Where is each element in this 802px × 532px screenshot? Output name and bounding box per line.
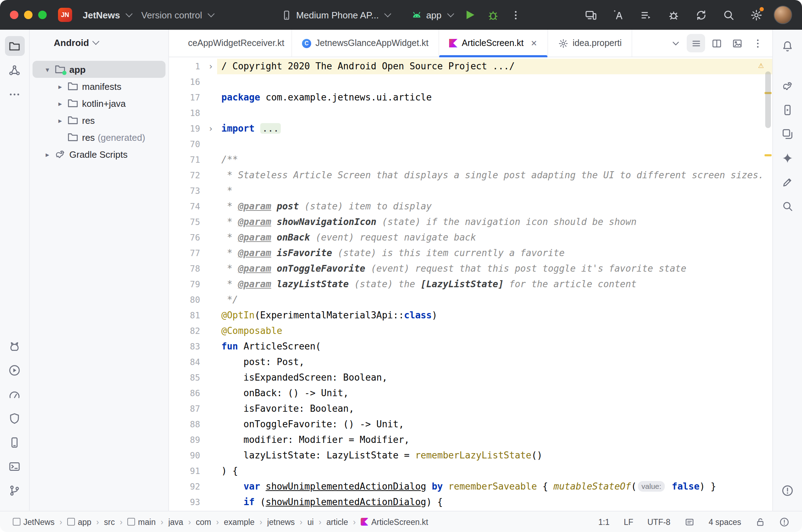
file-encoding[interactable]: UTF-8 <box>647 517 670 526</box>
code-line[interactable]: 86 onBack: () -> Unit, <box>169 386 772 401</box>
terminal-tool-button[interactable] <box>5 456 24 476</box>
code-line[interactable]: 84 post: Post, <box>169 354 772 370</box>
tree-item-app[interactable]: ▾ app <box>33 61 165 78</box>
tab-idea-properties[interactable]: idea.properti <box>548 30 632 57</box>
search-everywhere-button[interactable] <box>719 5 738 25</box>
code-line[interactable]: 90 lazyListState: LazyListState = rememb… <box>169 448 772 463</box>
code-line[interactable]: 16 <box>169 74 772 90</box>
gradle-tool-button[interactable] <box>778 76 797 96</box>
breadcrumb-item[interactable]: app <box>67 517 91 526</box>
close-tab-icon[interactable]: ✕ <box>531 39 537 48</box>
code-line[interactable]: 80 */ <box>169 292 772 308</box>
chevron-right-icon[interactable]: ▸ <box>55 99 65 107</box>
more-actions-button[interactable] <box>506 5 526 25</box>
device-selector[interactable]: Medium Phone AP... <box>276 7 395 23</box>
resource-manager-tool-button[interactable] <box>5 60 24 80</box>
running-devices-button[interactable] <box>778 100 797 120</box>
breadcrumb-item[interactable]: article <box>326 517 348 526</box>
run-configuration-selector[interactable]: app <box>406 7 458 23</box>
window-controls[interactable] <box>10 11 47 19</box>
code-line[interactable]: 75 * @param showNavigationIcon (state) i… <box>169 214 772 230</box>
tree-item-res[interactable]: ▸ res <box>33 112 165 129</box>
zoom-window-button[interactable] <box>38 11 47 19</box>
logcat-tool-button[interactable] <box>5 336 24 356</box>
code-line[interactable]: 70 <box>169 137 772 152</box>
run-tool-button[interactable] <box>5 360 24 380</box>
preview-button[interactable] <box>728 34 746 52</box>
profiler-tool-button[interactable] <box>5 384 24 404</box>
app-quality-insights-tool-button[interactable] <box>5 408 24 428</box>
notifications-button[interactable] <box>778 36 797 56</box>
breadcrumb-item[interactable]: com <box>196 517 211 526</box>
project-widget[interactable]: JetNews <box>78 7 136 23</box>
code-line[interactable]: 89 modifier: Modifier = Modifier, <box>169 432 772 448</box>
build-analyzer-button[interactable] <box>663 5 683 25</box>
code-line[interactable]: 83fun ArticleScreen( <box>169 339 772 354</box>
chevron-right-icon[interactable]: ▸ <box>55 82 65 90</box>
breadcrumb-item[interactable]: main <box>127 517 156 526</box>
chevron-right-icon[interactable]: ▸ <box>42 150 52 158</box>
settings-button[interactable] <box>746 5 766 25</box>
warning-stripe-mark[interactable] <box>765 154 772 156</box>
code-line[interactable]: 78 * @param onToggleFavorite (event) req… <box>169 261 772 277</box>
hidden-tabs-button[interactable] <box>666 34 685 52</box>
breadcrumb-item[interactable]: JetNews <box>13 517 54 526</box>
tab-glanceappwidgetreceiver[interactable]: ceAppWidgetReceiver.kt <box>169 30 292 57</box>
tree-item-res-generated[interactable]: res (generated) <box>33 129 165 146</box>
device-manager-tool-button[interactable] <box>5 432 24 452</box>
code-lines[interactable]: 1›/ Copyright 2020 The Android Open Sour… <box>169 57 772 511</box>
fold-arrow-icon[interactable]: › <box>204 59 217 74</box>
code-line[interactable]: 77 * @param isFavorite (state) is this i… <box>169 245 772 261</box>
line-ending[interactable]: LF <box>624 517 633 526</box>
code-line[interactable]: 93 if (showUnimplementedActionDialog) { <box>169 495 772 510</box>
sync-project-button[interactable] <box>691 5 711 25</box>
project-view-selector[interactable]: Android <box>30 30 168 55</box>
code-line[interactable]: 92 var showUnimplementedActionDialog by … <box>169 479 772 495</box>
tab-articlescreen[interactable]: ArticleScreen.kt ✕ <box>439 30 548 57</box>
editor-scrollbar[interactable] <box>765 71 771 128</box>
editor-list-button[interactable] <box>687 34 705 52</box>
code-editor[interactable]: 1›/ Copyright 2020 The Android Open Sour… <box>169 57 772 511</box>
readonly-lock-icon[interactable] <box>755 517 765 527</box>
breadcrumb-item[interactable]: ui <box>307 517 314 526</box>
code-line[interactable]: 72 * Stateless Article Screen that displ… <box>169 168 772 183</box>
code-line[interactable]: 71/** <box>169 152 772 168</box>
close-window-button[interactable] <box>10 11 18 19</box>
user-avatar[interactable] <box>774 6 792 24</box>
debug-button[interactable] <box>483 5 503 25</box>
code-line[interactable]: 81@OptIn(ExperimentalMaterial3Api::class… <box>169 308 772 323</box>
problems-button[interactable] <box>778 480 797 500</box>
code-line[interactable]: 17package com.example.jetnews.ui.article <box>169 90 772 105</box>
caret-position[interactable]: 1:1 <box>598 517 610 526</box>
build-variants-button[interactable] <box>778 124 797 144</box>
code-line[interactable]: 87 isFavorite: Boolean, <box>169 401 772 417</box>
run-button[interactable] <box>461 5 481 25</box>
breadcrumb-item[interactable]: jetnews <box>267 517 295 526</box>
breadcrumb-item[interactable]: ArticleScreen.kt <box>361 517 428 526</box>
code-line[interactable]: 73 * <box>169 183 772 199</box>
code-line[interactable]: 85 isExpandedScreen: Boolean, <box>169 370 772 386</box>
code-line[interactable]: 82@Composable <box>169 323 772 339</box>
ai-assistant-button[interactable] <box>608 5 628 25</box>
code-line[interactable]: 1›/ Copyright 2020 The Android Open Sour… <box>169 59 772 74</box>
tree-item-kotlin-java[interactable]: ▸ kotlin+java <box>33 95 165 112</box>
chevron-down-icon[interactable]: ▾ <box>42 65 52 73</box>
more-tool-windows-button[interactable] <box>5 84 24 104</box>
tree-item-manifests[interactable]: ▸ manifests <box>33 78 165 95</box>
fold-arrow-icon[interactable]: › <box>204 121 217 137</box>
code-line[interactable]: 88 onToggleFavorite: () -> Unit, <box>169 417 772 432</box>
gemini-button[interactable] <box>778 148 797 168</box>
code-line[interactable]: 18 <box>169 105 772 121</box>
breadcrumb-item[interactable]: example <box>224 517 255 526</box>
chevron-right-icon[interactable]: ▸ <box>55 116 65 124</box>
project-tool-button[interactable] <box>5 36 24 56</box>
code-line[interactable]: 76 * @param onBack (event) request navig… <box>169 230 772 245</box>
breadcrumb-item[interactable]: java <box>168 517 183 526</box>
split-editor-button[interactable] <box>707 34 726 52</box>
code-line[interactable]: 79 * @param lazyListState (state) the [L… <box>169 277 772 292</box>
ui-check-button[interactable] <box>778 172 797 192</box>
minimize-window-button[interactable] <box>24 11 33 19</box>
code-line[interactable]: 91) { <box>169 463 772 479</box>
inspections-status-icon[interactable] <box>779 517 789 527</box>
inspection-warning-icon[interactable]: ⚠ <box>758 59 764 71</box>
